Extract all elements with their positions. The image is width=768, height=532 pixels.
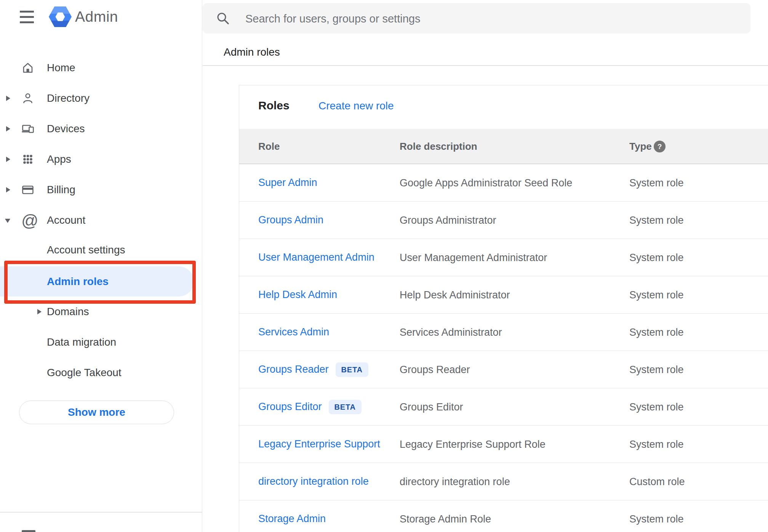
at-sign-icon: @ <box>21 214 34 227</box>
sidebar-item-label: Devices <box>47 114 85 144</box>
sidebar-item-label: Apps <box>47 144 71 175</box>
sidebar-item-label: Account <box>47 205 85 236</box>
role-link[interactable]: Groups Editor <box>258 401 322 413</box>
table-header-row: Role Role description Type ? <box>239 129 768 164</box>
sidebar-item-admin-roles[interactable]: Admin roles <box>0 266 194 296</box>
table-row: Groups ReaderBETAGroups ReaderSystem rol… <box>239 351 768 388</box>
table-row: Groups AdminGroups AdministratorSystem r… <box>239 202 768 239</box>
column-header-type: Type <box>629 129 652 164</box>
role-type: System role <box>629 326 684 338</box>
chevron-right-icon <box>6 126 10 131</box>
role-type: System role <box>629 438 684 450</box>
table-row: Groups EditorBETAGroups EditorSystem rol… <box>239 388 768 426</box>
role-link[interactable]: Help Desk Admin <box>258 289 337 301</box>
role-description: Storage Admin Role <box>400 513 491 525</box>
role-cell: Help Desk Admin <box>258 276 337 313</box>
table-row: directory integration roledirectory inte… <box>239 463 768 500</box>
sidebar-item-label: Data migration <box>47 327 116 357</box>
role-type: System role <box>629 214 684 226</box>
table-row: User Management AdminUser Management Adm… <box>239 239 768 276</box>
home-icon <box>21 61 34 74</box>
role-type: Custom role <box>629 476 685 487</box>
table-row: Help Desk AdminHelp Desk AdministratorSy… <box>239 276 768 314</box>
role-link[interactable]: Groups Admin <box>258 214 323 226</box>
role-cell: Groups EditorBETA <box>258 388 362 425</box>
table-row: Legacy Enterprise SupportLegacy Enterpri… <box>239 426 768 463</box>
sidebar-item-directory[interactable]: Directory <box>0 83 202 114</box>
sidebar: Admin HomeDirectoryDevicesAppsBilling@Ac… <box>0 0 202 532</box>
search-bar[interactable] <box>203 3 750 34</box>
role-type: System role <box>629 289 684 301</box>
hamburger-bar <box>20 11 34 13</box>
role-link[interactable]: User Management Admin <box>258 252 374 263</box>
chevron-right-icon <box>6 157 10 162</box>
role-cell: Services Admin <box>258 314 329 351</box>
admin-logo-icon <box>49 6 72 27</box>
table-row: Storage AdminStorage Admin RoleSystem ro… <box>239 500 768 532</box>
role-cell: Legacy Enterprise Support <box>258 426 380 463</box>
column-header-role-description: Role description <box>400 129 477 164</box>
role-cell: Super Admin <box>258 164 317 201</box>
role-type: System role <box>629 252 684 263</box>
sidebar-item-label: Domains <box>47 296 89 327</box>
role-link[interactable]: Super Admin <box>258 177 317 189</box>
role-link[interactable]: Legacy Enterprise Support <box>258 438 380 450</box>
beta-badge: BETA <box>329 400 362 414</box>
admin-logo-text: Admin <box>75 8 118 25</box>
role-description: Help Desk Administrator <box>400 289 510 301</box>
sidebar-item-billing[interactable]: Billing <box>0 175 202 205</box>
hamburger-bar <box>20 21 34 23</box>
role-description: Legacy Enterprise Support Role <box>400 438 546 450</box>
show-more-label: Show more <box>68 406 125 418</box>
hamburger-menu-icon[interactable] <box>18 7 37 26</box>
sidebar-item-label: Admin roles <box>47 266 109 296</box>
credit-card-icon <box>21 183 34 196</box>
sidebar-item-apps[interactable]: Apps <box>0 144 202 175</box>
role-description: Google Apps Administrator Seed Role <box>400 177 572 189</box>
role-cell: directory integration role <box>258 463 369 500</box>
sidebar-item-devices[interactable]: Devices <box>0 114 202 144</box>
role-type: System role <box>629 513 684 525</box>
sidebar-item-account[interactable]: @Account <box>0 205 202 236</box>
card-title: Roles <box>258 99 290 112</box>
column-header-role: Role <box>258 129 280 164</box>
role-cell: User Management Admin <box>258 239 374 276</box>
table-row: Super AdminGoogle Apps Administrator See… <box>239 164 768 202</box>
sidebar-item-label: Home <box>47 53 75 83</box>
role-type: System role <box>629 177 684 189</box>
role-description: Groups Reader <box>400 364 470 375</box>
sidebar-bottom-partial-icon <box>22 530 35 532</box>
hamburger-bar <box>20 16 34 18</box>
table-body: Super AdminGoogle Apps Administrator See… <box>239 164 768 532</box>
roles-card: Roles Create new role Role Role descript… <box>239 85 768 532</box>
help-icon[interactable]: ? <box>654 141 666 152</box>
breadcrumb-divider <box>203 65 768 66</box>
create-new-role-link[interactable]: Create new role <box>318 100 394 112</box>
role-cell: Groups Admin <box>258 202 323 239</box>
role-link[interactable]: directory integration role <box>258 476 369 487</box>
role-link[interactable]: Storage Admin <box>258 513 326 525</box>
devices-icon <box>21 122 34 135</box>
sidebar-item-google-takeout[interactable]: Google Takeout <box>0 357 202 388</box>
search-icon <box>215 11 230 26</box>
sidebar-item-data-migration[interactable]: Data migration <box>0 327 202 357</box>
role-link[interactable]: Services Admin <box>258 326 329 338</box>
role-description: Groups Administrator <box>400 214 496 226</box>
sidebar-item-label: Account settings <box>47 235 125 265</box>
role-cell: Storage Admin <box>258 500 326 532</box>
chevron-right-icon <box>37 309 42 314</box>
sidebar-item-home[interactable]: Home <box>0 53 202 83</box>
sidebar-item-domains[interactable]: Domains <box>0 296 202 327</box>
sidebar-bottom-divider <box>0 512 202 513</box>
role-link[interactable]: Groups Reader <box>258 364 329 375</box>
role-description: Services Administrator <box>400 326 502 338</box>
search-input[interactable] <box>245 3 734 34</box>
role-description: directory integration role <box>400 476 510 487</box>
apps-grid-icon <box>21 153 34 166</box>
chevron-right-icon <box>6 96 10 101</box>
show-more-button[interactable]: Show more <box>19 401 174 424</box>
role-type: System role <box>629 401 684 413</box>
role-type: System role <box>629 364 684 375</box>
sidebar-item-account-settings[interactable]: Account settings <box>0 235 202 265</box>
table-row: Services AdminServices AdministratorSyst… <box>239 314 768 351</box>
